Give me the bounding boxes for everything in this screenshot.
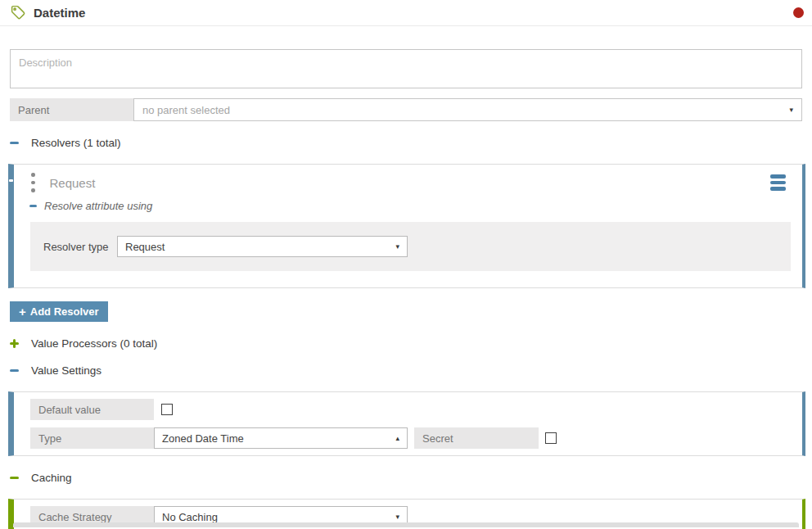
- chevron-up-icon: ▴: [395, 435, 399, 442]
- page-header: Datetime: [0, 0, 812, 26]
- section-toggle-value-processors[interactable]: Value Processors (0 total): [10, 337, 812, 349]
- collapse-minus-icon[interactable]: [29, 205, 37, 207]
- resolver-title: Request: [50, 176, 96, 190]
- parent-select-value: no parent selected: [142, 104, 230, 116]
- chevron-down-icon: ▾: [395, 243, 399, 251]
- type-select-value: Zoned Date Time: [162, 432, 244, 445]
- chevron-down-icon: ▾: [789, 106, 793, 114]
- resolver-type-value: Request: [125, 241, 165, 253]
- section-toggle-value-settings[interactable]: Value Settings: [10, 364, 812, 376]
- section-label: Resolvers (1 total): [31, 137, 121, 149]
- resolver-card: Request Resolve attribute using Resolver…: [8, 164, 805, 288]
- default-value-checkbox[interactable]: [161, 404, 173, 415]
- add-resolver-button[interactable]: + Add Resolver: [10, 301, 108, 322]
- resolver-group-toggle[interactable]: Resolve attribute using: [29, 200, 802, 212]
- value-settings-card: Default value Type Zoned Date Time ▴ Sec…: [8, 391, 805, 456]
- secret-label: Secret: [414, 427, 539, 449]
- section-label: Value Settings: [31, 364, 102, 377]
- status-dot: [793, 7, 804, 18]
- bottom-divider: [13, 522, 799, 527]
- plus-icon: +: [19, 305, 26, 318]
- cache-strategy-value: No Caching: [162, 511, 218, 523]
- section-label: Caching: [31, 472, 72, 484]
- section-toggle-caching[interactable]: Caching: [10, 472, 812, 483]
- resolver-card-header: Request: [29, 173, 786, 192]
- default-value-row: Default value: [30, 399, 802, 420]
- collapse-minus-icon[interactable]: [10, 369, 19, 372]
- expand-plus-icon[interactable]: [10, 339, 19, 348]
- add-resolver-label: Add Resolver: [30, 305, 99, 318]
- parent-field-label: Parent: [10, 98, 133, 121]
- card-collapse-minus-icon[interactable]: [9, 179, 13, 182]
- type-select[interactable]: Zoned Date Time ▴: [154, 427, 408, 449]
- resolver-type-panel: Resolver type Request ▾: [30, 222, 791, 271]
- section-label: Value Processors (0 total): [31, 337, 157, 350]
- default-value-label: Default value: [30, 399, 154, 420]
- type-row: Type Zoned Date Time ▴ Secret: [30, 427, 802, 449]
- resolver-group-label: Resolve attribute using: [44, 200, 152, 212]
- chevron-down-icon: ▾: [395, 513, 399, 521]
- parent-select[interactable]: no parent selected ▾: [133, 98, 802, 121]
- menu-icon[interactable]: [770, 174, 786, 191]
- secret-checkbox[interactable]: [545, 432, 557, 444]
- type-label: Type: [30, 427, 154, 449]
- attribute-editor-page: Datetime Parent no parent selected ▾ Res…: [0, 0, 812, 529]
- parent-field-row: Parent no parent selected ▾: [10, 98, 802, 121]
- collapse-minus-icon[interactable]: [10, 477, 19, 479]
- resolver-type-label: Resolver type: [43, 241, 117, 253]
- section-toggle-resolvers[interactable]: Resolvers (1 total): [10, 137, 812, 148]
- resolver-type-select[interactable]: Request ▾: [117, 236, 408, 257]
- tag-icon: [10, 4, 27, 21]
- page-title: Datetime: [34, 6, 85, 20]
- description-input[interactable]: [10, 49, 802, 88]
- collapse-minus-icon[interactable]: [10, 142, 19, 144]
- drag-handle-icon[interactable]: [29, 171, 37, 194]
